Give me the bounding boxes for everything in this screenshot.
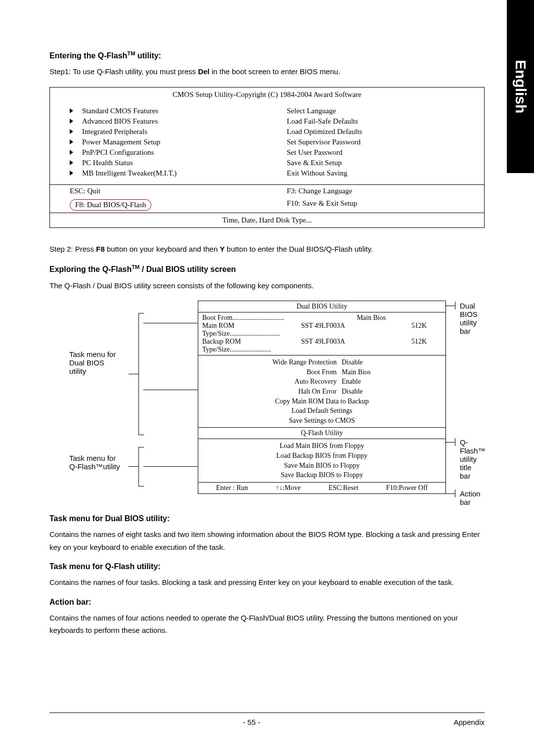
task-line: Load Main BIOS from Floppy — [198, 441, 445, 451]
bios-item: Save & Exit Setup — [287, 159, 464, 167]
dual-bios-title: Dual BIOS Utility — [198, 301, 445, 312]
task-line: Load Backup BIOS from Floppy — [198, 451, 445, 461]
triangle-icon — [70, 150, 73, 155]
heading-action-bar: Action bar: — [49, 598, 485, 607]
bios-keys-row: ESC: Quit F3: Change Language — [50, 185, 484, 197]
anno-action-bar: Action bar — [460, 489, 485, 506]
connector-line — [455, 489, 455, 497]
task-line: Save Backup BIOS to Floppy — [198, 470, 445, 480]
bios-item: MB Intelligent Tweaker(M.I.T.) — [70, 169, 247, 178]
section-label: Appendix — [453, 718, 485, 726]
bios-keys-row: F8: Dual BIOS/Q-Flash F10: Save & Exit S… — [50, 197, 484, 213]
anno-qflash-title: Q-Flash™ utility title bar — [460, 438, 486, 480]
bios-item: Load Fail-Safe Defaults — [287, 117, 464, 126]
bios-key-esc: ESC: Quit — [50, 185, 267, 197]
bios-item: Integrated Peripherals — [70, 128, 247, 136]
bios-item: Advanced BIOS Features — [70, 117, 247, 126]
action-bar: Enter : Run ↑↓:Move ESC:Reset F10:Power … — [198, 483, 445, 493]
heading-task-dual: Task menu for Dual BIOS utility: — [49, 514, 485, 523]
anno-task-dual: Task menu for Dual BIOS utility — [69, 350, 116, 375]
connector-line — [143, 390, 198, 390]
triangle-icon — [70, 129, 73, 134]
opt-row: Halt On ErrorDisable — [198, 387, 445, 397]
bios-item: Set User Password — [287, 148, 464, 157]
heading-entering-qflash: Entering the Q-FlashTM utility: — [49, 50, 485, 60]
triangle-icon — [70, 108, 73, 113]
connector-line — [143, 323, 198, 323]
f8-highlight: F8: Dual BIOS/Q-Flash — [70, 199, 151, 211]
bios-item: PC Health Status — [70, 159, 247, 167]
action-f10: F10:Power Off — [386, 484, 428, 492]
brace-icon — [138, 447, 144, 487]
bios-item: Power Management Setup — [70, 138, 247, 146]
task-line: Load Default Settings — [198, 406, 445, 416]
triangle-icon — [70, 139, 73, 144]
opt-row: Boot FromMain Bios — [198, 367, 445, 377]
action-enter: Enter : Run — [216, 484, 248, 492]
qflash-tasks: Load Main BIOS from Floppy Load Backup B… — [198, 439, 445, 482]
exploring-text: The Q-Flash / Dual BIOS utility screen c… — [49, 279, 485, 292]
bios-bottom: Time, Date, Hard Disk Type... — [50, 213, 484, 227]
rom-info-section: Boot From.............................. … — [198, 312, 445, 356]
anno-task-qflash: Task menu for Q-Flash™utility — [69, 454, 120, 471]
qflash-title: Q-Flash Utility — [198, 428, 445, 439]
connector-line — [129, 374, 138, 374]
action-move: ↑↓:Move — [276, 484, 301, 492]
backup-rom-row: Backup ROM Type/Size....................… — [202, 338, 442, 354]
bios-item: Load Optimized Defaults — [287, 128, 464, 136]
para-task-qflash: Contains the names of four tasks. Blocki… — [49, 576, 485, 589]
para-task-dual: Contains the names of eight tasks and tw… — [49, 528, 485, 553]
bios-item: Standard CMOS Features — [70, 107, 247, 115]
opt-row: Wide Range ProtectionDisable — [198, 357, 445, 367]
task-line: Copy Main ROM Data to Backup — [198, 397, 445, 406]
connector-line — [455, 302, 455, 310]
connector-line — [445, 306, 455, 306]
language-tab: English — [507, 0, 534, 173]
triangle-icon — [70, 171, 73, 176]
bios-key-f10: F10: Save & Exit Setup — [267, 197, 484, 213]
connector-line — [143, 466, 198, 467]
boot-from-row: Boot From.............................. … — [202, 314, 442, 322]
task-line: Save Main BIOS to Floppy — [198, 461, 445, 471]
bios-right-col: Select Language Load Fail-Safe Defaults … — [267, 102, 484, 184]
main-rom-row: Main ROM Type/Size......................… — [202, 322, 442, 338]
bios-left-col: Standard CMOS Features Advanced BIOS Fea… — [50, 102, 267, 184]
bios-item: Exit Without Saving — [287, 169, 464, 178]
step1-text: Step1: To use Q-Flash utility, you must … — [49, 65, 485, 78]
connector-line — [129, 466, 138, 467]
heading-task-qflash: Task menu for Q-Flash utility: — [49, 562, 485, 571]
brace-icon — [138, 313, 144, 435]
document-page: English Entering the Q-FlashTM utility: … — [0, 0, 534, 756]
bios-item: Select Language — [287, 107, 464, 115]
action-esc: ESC:Reset — [328, 484, 358, 492]
connector-line — [445, 442, 455, 443]
anno-dual-bar: Dual BIOS utility bar — [460, 302, 485, 335]
page-number: - 55 - — [49, 718, 453, 726]
opt-row: Auto RecoveryEnable — [198, 377, 445, 387]
triangle-icon — [70, 119, 73, 124]
bios-item: Set Supervisor Password — [287, 138, 464, 146]
bios-item: PnP/PCI Configurations — [70, 148, 247, 157]
page-footer: - 55 - Appendix — [49, 712, 485, 726]
dual-bios-tasks: Wide Range ProtectionDisable Boot FromMa… — [198, 356, 445, 428]
bios-key-f3: F3: Change Language — [267, 185, 484, 197]
bios-menu-box: CMOS Setup Utility-Copyright (C) 1984-20… — [49, 87, 485, 228]
task-line: Save Settings to CMOS — [198, 416, 445, 426]
heading-exploring: Exploring the Q-FlashTM / Dual BIOS util… — [49, 264, 485, 274]
para-action-bar: Contains the names of four actions neede… — [49, 612, 485, 637]
language-tab-text: English — [512, 60, 529, 113]
utility-box: Dual BIOS Utility Boot From.............… — [198, 301, 446, 494]
bios-grid: Standard CMOS Features Advanced BIOS Fea… — [50, 102, 484, 185]
bios-title: CMOS Setup Utility-Copyright (C) 1984-20… — [50, 88, 484, 102]
connector-line — [445, 493, 455, 494]
utility-diagram: Task menu for Dual BIOS utility Task men… — [49, 301, 485, 508]
step2-text: Step 2: Press F8 button on your keyboard… — [49, 243, 485, 256]
connector-line — [455, 438, 455, 446]
triangle-icon — [70, 160, 73, 165]
